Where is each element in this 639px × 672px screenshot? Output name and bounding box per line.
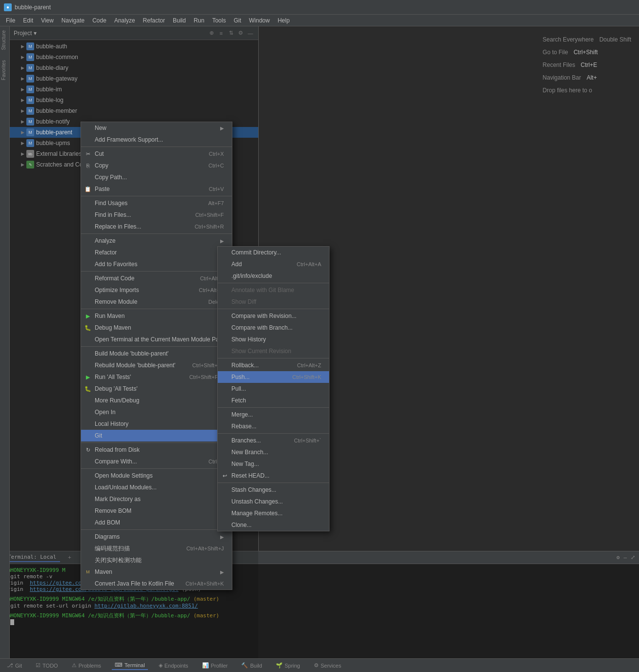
menu-item-help[interactable]: Help xyxy=(274,15,294,26)
ctx-cut[interactable]: ✂ Cut Ctrl+X xyxy=(81,148,232,160)
ctx-open-terminal[interactable]: Open Terminal at the Current Maven Modul… xyxy=(81,334,232,345)
menu-item-run[interactable]: Run xyxy=(190,15,208,26)
tree-item-bubble-diary[interactable]: ▶ M bubble-diary xyxy=(10,63,258,73)
ctx-diagrams[interactable]: Diagrams ▶ xyxy=(81,531,232,543)
ctx-compare-with[interactable]: Compare With... Ctrl+D xyxy=(81,456,232,467)
favorites-tab[interactable]: Favorites xyxy=(0,56,9,84)
ctx-debug-all-tests[interactable]: 🐛 Debug 'All Tests' xyxy=(81,383,232,395)
ctx-module-settings[interactable]: Open Module Settings F4 xyxy=(81,470,232,482)
menu-item-tools[interactable]: Tools xyxy=(208,15,230,26)
menu-item-refactor[interactable]: Refactor xyxy=(139,15,169,26)
git-fetch[interactable]: Fetch xyxy=(218,395,329,406)
ctx-debug-maven[interactable]: 🐛 Debug Maven ▶ xyxy=(81,322,232,334)
menu-item-code[interactable]: Code xyxy=(88,15,110,26)
git-compare-with-revision[interactable]: Compare with Revision... xyxy=(218,310,329,322)
ctx-refactor[interactable]: Refactor ▶ xyxy=(81,247,232,258)
git-show-diff[interactable]: Show Diff xyxy=(218,296,329,308)
git-commit-directory[interactable]: Commit Directory... xyxy=(218,247,329,258)
ctx-git[interactable]: Git ▶ xyxy=(81,430,232,441)
ctx-code-defect[interactable]: 关闭实时检测功能 xyxy=(81,554,232,566)
structure-tab[interactable]: Structure xyxy=(0,26,9,54)
git-clone[interactable]: Clone... xyxy=(218,519,329,531)
terminal-expand-icon[interactable]: ⤢ xyxy=(631,554,635,561)
ctx-rebuild-module[interactable]: Rebuild Module 'bubble-parent' Ctrl+Shif… xyxy=(81,359,232,371)
bottom-tab-profiler[interactable]: 📊 Profiler xyxy=(199,661,231,670)
menu-item-git[interactable]: Git xyxy=(230,15,245,26)
git-pull[interactable]: Pull... xyxy=(218,383,329,395)
ctx-optimize-imports[interactable]: Optimize Imports Ctrl+Alt+O xyxy=(81,284,232,296)
locate-icon[interactable]: ⊕ xyxy=(207,29,215,37)
menu-item-navigate[interactable]: Navigate xyxy=(58,15,88,26)
ctx-paste[interactable]: 📋 Paste Ctrl+V xyxy=(81,183,232,195)
git-add[interactable]: Add Ctrl+Alt+A xyxy=(218,258,329,270)
ctx-new[interactable]: New ▶ xyxy=(81,122,232,134)
ctx-convert-java-kotlin[interactable]: Convert Java File to Kotlin File Ctrl+Al… xyxy=(81,578,232,589)
ctx-reformat-code[interactable]: Reformat Code Ctrl+Alt+L xyxy=(81,273,232,284)
terminal-minimize-icon[interactable]: — xyxy=(623,554,627,561)
ctx-add-bom[interactable]: Add BOM xyxy=(81,517,232,528)
tree-item-bubble-gateway[interactable]: ▶ M bubble-gateway xyxy=(10,73,258,84)
ctx-remove-module[interactable]: Remove Module Delete xyxy=(81,296,232,308)
ctx-add-to-favorites[interactable]: Add to Favorites ▶ xyxy=(81,258,232,270)
ctx-reload-from-disk[interactable]: ↻ Reload from Disk xyxy=(81,444,232,456)
git-reset-head[interactable]: ↩ Reset HEAD... xyxy=(218,470,329,482)
ctx-more-run-debug[interactable]: More Run/Debug ▶ xyxy=(81,395,232,406)
ctx-build-module[interactable]: Build Module 'bubble-parent' xyxy=(81,348,232,359)
ctx-run-all-tests[interactable]: ▶ Run 'All Tests' Ctrl+Shift+F10 xyxy=(81,371,232,383)
git-show-current-revision[interactable]: Show Current Revision xyxy=(218,345,329,357)
ctx-copy[interactable]: ⎘ Copy Ctrl+C xyxy=(81,160,232,171)
bottom-tab-services[interactable]: ⚙ Services xyxy=(311,661,344,670)
tree-item-bubble-auth[interactable]: ▶ M bubble-auth xyxy=(10,41,258,52)
ctx-run-maven[interactable]: ▶ Run Maven ▶ xyxy=(81,310,232,322)
git-unstash[interactable]: Unstash Changes... xyxy=(218,496,329,507)
ctx-add-framework[interactable]: Add Framework Support... xyxy=(81,134,232,146)
bottom-tab-build[interactable]: 🔨 Build xyxy=(238,661,265,670)
git-stash[interactable]: Stash Changes... xyxy=(218,484,329,496)
close-panel-icon[interactable]: — xyxy=(247,29,254,37)
git-rollback[interactable]: Rollback... Ctrl+Alt+Z xyxy=(218,359,329,371)
sort-icon[interactable]: ⇅ xyxy=(227,29,235,37)
bottom-tab-problems[interactable]: ⚠ Problems xyxy=(69,661,104,670)
ctx-find-usages[interactable]: Find Usages Alt+F7 xyxy=(81,197,232,209)
settings-icon[interactable]: ⚙ xyxy=(237,29,245,37)
ctx-replace-in-files[interactable]: Replace in Files... Ctrl+Shift+R xyxy=(81,221,232,232)
tree-item-bubble-common[interactable]: ▶ M bubble-common xyxy=(10,52,258,63)
bottom-tab-endpoints[interactable]: ◈ Endpoints xyxy=(156,661,191,670)
bottom-tab-git[interactable]: ⎇ Git xyxy=(4,661,25,670)
git-show-history[interactable]: Show History xyxy=(218,334,329,345)
ctx-open-in[interactable]: Open In ▶ xyxy=(81,406,232,418)
menu-item-edit[interactable]: Edit xyxy=(19,15,37,26)
ctx-find-in-files[interactable]: Find in Files... Ctrl+Shift+F xyxy=(81,209,232,221)
bottom-tab-terminal[interactable]: ⌨ Terminal xyxy=(112,661,148,670)
menu-item-build[interactable]: Build xyxy=(169,15,190,26)
terminal-settings-icon[interactable]: ⚙ xyxy=(617,554,620,561)
ctx-code-review-scan[interactable]: 编码规范扫描 Ctrl+Alt+Shift+J xyxy=(81,543,232,554)
ctx-mark-directory[interactable]: Mark Directory as ▶ xyxy=(81,493,232,505)
bottom-tab-spring[interactable]: 🌱 Spring xyxy=(273,661,303,670)
git-manage-remotes[interactable]: Manage Remotes... xyxy=(218,507,329,519)
terminal-tab-local[interactable]: Terminal: Local xyxy=(4,553,60,562)
ctx-local-history[interactable]: Local History ▶ xyxy=(81,418,232,430)
git-rebase[interactable]: Rebase... xyxy=(218,420,329,432)
git-push[interactable]: Push... Ctrl+Shift+K xyxy=(218,371,329,383)
git-info-exclude[interactable]: .git/info/exclude xyxy=(218,270,329,282)
git-compare-with-branch[interactable]: Compare with Branch... xyxy=(218,322,329,334)
tree-item-bubble-im[interactable]: ▶ M bubble-im xyxy=(10,84,258,95)
git-branches[interactable]: Branches... Ctrl+Shift+` xyxy=(218,435,329,446)
git-merge[interactable]: Merge... xyxy=(218,409,329,420)
git-new-tag[interactable]: New Tag... xyxy=(218,458,329,470)
menu-item-analyze[interactable]: Analyze xyxy=(110,15,139,26)
ctx-load-unload[interactable]: Load/Unload Modules... xyxy=(81,482,232,493)
ctx-remove-bom[interactable]: Remove BOM xyxy=(81,505,232,517)
tree-item-bubble-member[interactable]: ▶ M bubble-member xyxy=(10,105,258,116)
ctx-copy-path[interactable]: Copy Path... xyxy=(81,171,232,183)
ctx-maven-submenu[interactable]: M Maven ▶ xyxy=(81,566,232,578)
menu-item-view[interactable]: View xyxy=(37,15,58,26)
tree-item-bubble-log[interactable]: ▶ M bubble-log xyxy=(10,95,258,105)
menu-item-file[interactable]: File xyxy=(2,15,19,26)
collapse-all-icon[interactable]: ≡ xyxy=(217,29,225,37)
ctx-analyze[interactable]: Analyze ▶ xyxy=(81,235,232,247)
terminal-tab-add[interactable]: + xyxy=(64,553,75,562)
git-new-branch[interactable]: New Branch... xyxy=(218,446,329,458)
bottom-tab-todo[interactable]: ☑ TODO xyxy=(33,661,61,670)
